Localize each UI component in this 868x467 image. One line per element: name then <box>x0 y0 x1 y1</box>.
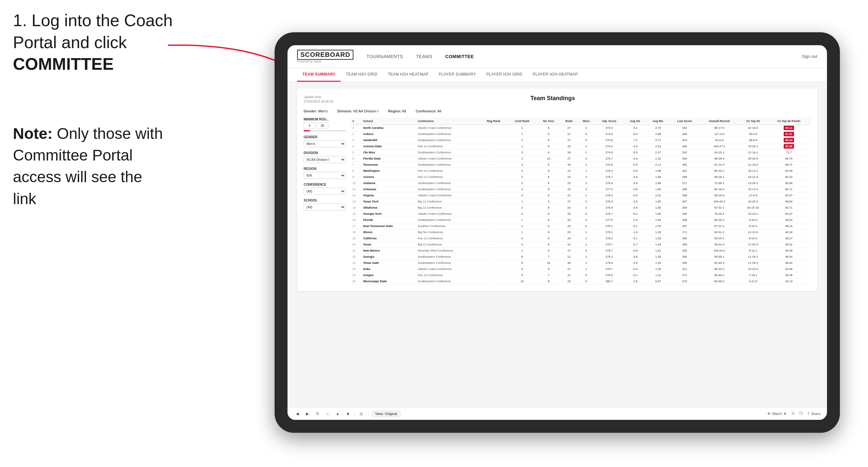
school-select[interactable]: (All) <box>304 204 346 211</box>
cell-school[interactable]: Duke <box>362 266 416 272</box>
division-select[interactable]: NCAA Division I <box>304 156 346 163</box>
cell-overall: 82-51-2 <box>700 229 739 236</box>
cell-avg: 1.98 <box>646 174 670 180</box>
cell-overall: 87-21-2 <box>700 223 739 229</box>
cell-school[interactable]: Tennessee <box>362 162 416 168</box>
share-button[interactable]: ⇪ Share <box>807 411 820 416</box>
sub-nav-player-h2h-heatmap[interactable]: PLAYER H2H HEATMAP <box>528 68 583 82</box>
cell-rank: 23 <box>351 260 362 266</box>
cell-overall: 97-31-1 <box>700 205 739 211</box>
cell-rnds: 27 <box>560 198 578 205</box>
cell-overall: 59-41-4 <box>700 242 739 248</box>
cell-rank: 16 <box>351 217 362 223</box>
cell-wins: 2 <box>578 198 595 205</box>
cell-rank: 7 <box>351 162 362 168</box>
cell-school[interactable]: New Mexico <box>362 248 416 254</box>
cell-low: 221 <box>670 266 700 272</box>
content-layout: Minimum Rou... Gender <box>304 118 811 284</box>
toolbar-forward[interactable]: ▶ <box>304 410 311 417</box>
region-select[interactable]: N/A <box>304 172 346 179</box>
toolbar-bookmark[interactable]: ■ <box>345 410 351 417</box>
cell-school[interactable]: Ole Miss <box>362 150 416 156</box>
cell-school[interactable]: Arizona <box>362 174 416 180</box>
cell-school[interactable]: Texas Tech <box>362 198 416 205</box>
cell-school[interactable]: East Tennessee State <box>362 223 416 229</box>
cell-vs25: 9-24-0 <box>739 217 767 223</box>
cell-school[interactable]: Alabama <box>362 180 416 186</box>
col-rank: # <box>351 118 362 125</box>
cell-school[interactable]: Vanderbilt <box>362 137 416 144</box>
cell-rank: 10 <box>351 180 362 186</box>
cell-conf-rank: 1 <box>507 125 537 131</box>
nav-teams[interactable]: TEAMS <box>416 53 433 60</box>
cell-wins: 2 <box>578 162 595 168</box>
cell-reg-rank: - <box>480 192 507 198</box>
cell-conf: Atlantic Coast Conference <box>416 125 480 131</box>
layout-button[interactable]: ☷ <box>792 411 795 416</box>
cell-school[interactable]: Oregon <box>362 272 416 278</box>
conference-select[interactable]: (All) <box>304 188 346 195</box>
cell-school[interactable]: Virginia <box>362 192 416 198</box>
min-rounds-filter: Minimum Rou... <box>304 118 346 131</box>
cell-school[interactable]: Arkansas <box>362 186 416 192</box>
toolbar-clock[interactable]: ◎ <box>358 410 365 417</box>
cell-conf-rank: 1 <box>507 223 537 229</box>
toolbar-share-small[interactable]: ▲ <box>334 410 341 417</box>
cell-school[interactable]: Florida State <box>362 156 416 162</box>
cell-low: 255 <box>670 248 700 254</box>
cell-low: 262 <box>670 150 700 156</box>
expand-button[interactable]: ❐ <box>799 411 802 416</box>
cell-low: 260 <box>670 236 700 242</box>
watch-button[interactable]: 👁 Watch ▼ <box>767 412 787 416</box>
cell-school[interactable]: Mississippi State <box>362 278 416 284</box>
nav-committee[interactable]: COMMITTEE <box>445 53 474 60</box>
table-row: 3 Vanderbilt Southeastern Conference - 2… <box>351 137 811 144</box>
cell-conf: Southeastern Conference <box>416 150 480 156</box>
sub-nav-player-h2h-grid[interactable]: PLAYER H2H GRID <box>481 68 528 82</box>
cell-school[interactable]: Arizona State <box>362 144 416 150</box>
cell-school[interactable]: Georgia <box>362 254 416 260</box>
sub-nav-team-h2h-grid[interactable]: TEAM H2H GRID <box>340 68 382 82</box>
cell-school[interactable]: Florida <box>362 217 416 223</box>
sign-out-button[interactable]: Sign out <box>800 54 817 59</box>
cell-conf-rank: 7 <box>507 217 537 223</box>
conference-filter-label: Conference: All <box>416 109 441 113</box>
cell-conf-rank: 2 <box>507 168 537 174</box>
cell-overall: 90-33-2 <box>700 266 739 272</box>
cell-conf-rank: 6 <box>507 186 537 192</box>
min-rounds-inputs <box>304 122 346 129</box>
cell-avg: 1.90 <box>646 186 670 192</box>
cell-conf-rank: 1 <box>507 131 537 137</box>
cell-rank: 24 <box>351 266 362 272</box>
min-rounds-max-input[interactable] <box>317 122 328 129</box>
cell-wins: 6 <box>578 137 595 144</box>
cell-school[interactable]: Washington <box>362 168 416 174</box>
cell-school[interactable]: Texas <box>362 242 416 248</box>
cell-school[interactable]: North Carolina <box>362 125 416 131</box>
toolbar-home[interactable]: ⌂ <box>324 410 331 417</box>
toolbar-reload[interactable]: ↻ <box>314 410 321 417</box>
cell-school[interactable]: Oklahoma <box>362 205 416 211</box>
min-rounds-min-input[interactable] <box>304 122 315 129</box>
cell-rank: 15 <box>351 211 362 217</box>
view-original-button[interactable]: View: Original <box>371 410 401 417</box>
cell-school[interactable]: Illinois <box>362 229 416 236</box>
cell-conf: Big 12 Conference <box>416 198 480 205</box>
committee-emphasis: COMMITTEE <box>13 55 114 73</box>
cell-points: 49.02 <box>767 217 811 223</box>
cell-school[interactable]: Georgia Tech <box>362 211 416 217</box>
sub-nav-team-h2h-heatmap[interactable]: TEAM H2H HEATMAP <box>382 68 434 82</box>
nav-tournaments[interactable]: TOURNAMENTS <box>366 53 403 60</box>
sub-nav-team-summary[interactable]: TEAM SUMMARY <box>297 68 340 82</box>
toolbar-back[interactable]: ◀ <box>294 410 301 417</box>
cell-school[interactable]: Auburn <box>362 131 416 137</box>
sub-nav-player-summary[interactable]: PLAYER SUMMARY <box>434 68 481 82</box>
cell-conf-rank: 3 <box>507 150 537 156</box>
cell-school[interactable]: California <box>362 236 416 242</box>
gender-select[interactable]: Men's Women's <box>304 140 346 147</box>
cell-avg: 2.88 <box>646 131 670 137</box>
cell-points: 48.27 <box>767 236 811 242</box>
cell-rnds: 24 <box>560 205 578 211</box>
cell-wins: 2 <box>578 260 595 266</box>
cell-school[interactable]: Texas A&M <box>362 260 416 266</box>
